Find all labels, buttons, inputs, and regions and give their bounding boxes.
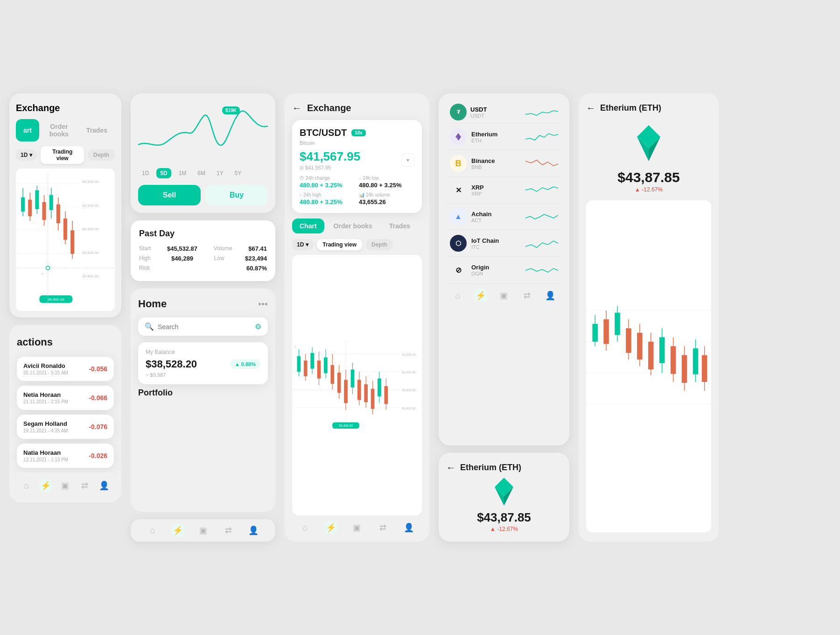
- user-icon-list[interactable]: 👤: [544, 289, 557, 302]
- trading-view-btn[interactable]: Trading view: [317, 239, 362, 250]
- bolt-nav-icon[interactable]: ⚡: [39, 479, 52, 492]
- bolt-icon-exchange[interactable]: ⚡: [324, 521, 337, 534]
- search-icon: 🔍: [145, 322, 154, 331]
- home-icon-list[interactable]: ⌂: [451, 289, 464, 302]
- wallet-icon-exchange[interactable]: ▣: [350, 521, 364, 534]
- balance-amount: $38,528.20: [146, 358, 197, 370]
- past-day-title: Past Day: [139, 229, 267, 239]
- svg-rect-48: [317, 360, 321, 378]
- balance-row: $38,528.20 ▲ 0.88%: [146, 358, 260, 370]
- col-exchange-partial: Exchange art Order books Trades 1D ▾ Tra…: [9, 93, 121, 542]
- filter-icon[interactable]: ⚙: [255, 322, 261, 331]
- page-layout: Exchange art Order books Trades 1D ▾ Tra…: [9, 93, 831, 542]
- svg-text:36,400.00: 36,400.00: [82, 227, 98, 231]
- bolt-icon-chart[interactable]: ⚡: [171, 524, 184, 537]
- svg-marker-77: [637, 125, 660, 148]
- home-icon-exchange[interactable]: ⌂: [299, 521, 312, 534]
- transactions-title: actions: [17, 336, 114, 348]
- ogn-icon: ⊘: [450, 261, 467, 278]
- portfolio-title: Portfolio: [138, 388, 268, 398]
- crypto-item-itc[interactable]: ⬡ IoT Chain ITC: [446, 230, 562, 257]
- crypto-item-ogn[interactable]: ⊘ Origin OGN: [446, 257, 562, 283]
- eth-small-detail-card: ← Etherium (ETH) $43,87.85 ▲ -12.67%: [439, 453, 569, 542]
- tab-orderbooks[interactable]: Order books: [326, 219, 380, 233]
- tf-5y[interactable]: 5Y: [231, 168, 245, 178]
- svg-text:36,400.00: 36,400.00: [82, 180, 98, 184]
- svg-point-29: [46, 266, 50, 270]
- eth-full-change: ▲ -12.67%: [586, 186, 711, 193]
- btc-pair-row: BTC/USDT 10x: [300, 127, 414, 138]
- depth-btn[interactable]: Depth: [366, 239, 393, 250]
- back-arrow-eth[interactable]: ←: [446, 462, 455, 473]
- svg-rect-101: [682, 355, 687, 383]
- eth-sparkline: [525, 130, 558, 144]
- svg-rect-66: [378, 379, 381, 396]
- svg-text:36,400.00: 36,400.00: [82, 251, 98, 255]
- svg-rect-14: [35, 190, 39, 209]
- dropdown-btn[interactable]: ▾: [401, 154, 414, 167]
- wallet-icon-chart[interactable]: ▣: [196, 524, 210, 537]
- user-icon-exchange[interactable]: 👤: [402, 521, 415, 534]
- timeframe-value: 1D: [297, 241, 304, 248]
- transactions-card: actions Avicii Ronaldo 26.11.2021 - 5:15…: [9, 325, 121, 502]
- usdt-row[interactable]: ₮ USDT USDT: [446, 101, 562, 124]
- tab-art[interactable]: art: [16, 119, 39, 141]
- tf-5d[interactable]: 5D: [156, 168, 171, 178]
- balance-change-badge: ▲ 0.88%: [230, 360, 260, 369]
- transfer-icon-list[interactable]: ⇄: [521, 289, 534, 302]
- user-icon-chart[interactable]: 👤: [247, 524, 260, 537]
- trading-view-btn-partial[interactable]: Trading view: [41, 146, 84, 164]
- wallet-nav-icon[interactable]: ▣: [59, 479, 72, 492]
- crypto-item-eth[interactable]: Etherium ETH: [446, 124, 562, 150]
- tab-trades-partial[interactable]: Trades: [79, 119, 115, 141]
- crypto-item-act[interactable]: ▲ Achain ACT: [446, 204, 562, 230]
- home-icon-chart[interactable]: ⌂: [146, 524, 159, 537]
- time-pill-partial[interactable]: 1D ▾: [16, 149, 37, 161]
- transfer-nav-icon[interactable]: ⇄: [78, 479, 91, 492]
- eth-detail-change: ▲ -12.67%: [446, 526, 562, 532]
- stat-24h-volume: 📊24h volume 43,655.26: [359, 192, 414, 205]
- bnb-icon: B: [450, 155, 467, 172]
- tf-1m[interactable]: 1M: [175, 168, 190, 178]
- tab-trades[interactable]: Trades: [382, 219, 418, 233]
- home-header: Home •••: [138, 298, 268, 310]
- buy-button[interactable]: Buy: [205, 185, 268, 205]
- bolt-icon-list[interactable]: ⚡: [474, 289, 487, 302]
- transfer-icon-chart[interactable]: ⇄: [222, 524, 235, 537]
- ogn-sparkline: [525, 263, 558, 277]
- crypto-item-xrp[interactable]: ✕ XRP XRP: [446, 177, 562, 204]
- crypto-list-card: ₮ USDT USDT Etherium ETH: [439, 93, 569, 445]
- tf-1d[interactable]: 1D: [138, 168, 153, 178]
- bottom-nav-cryptolist: ⌂ ⚡ ▣ ⇄ 👤: [446, 283, 562, 305]
- timeframe-pill[interactable]: 1D ▾: [292, 239, 313, 250]
- search-input[interactable]: [158, 323, 251, 331]
- usdt-sparkline: [525, 105, 558, 119]
- search-bar[interactable]: 🔍 ⚙: [138, 318, 268, 336]
- tf-1y[interactable]: 1Y: [213, 168, 227, 178]
- wallet-icon-list[interactable]: ▣: [497, 289, 511, 302]
- svg-rect-54: [337, 373, 341, 393]
- tab-chart[interactable]: Chart: [292, 219, 324, 233]
- btc-pair-label: BTC/USDT: [300, 127, 347, 138]
- exchange-tab-row: Chart Order books Trades: [292, 219, 422, 233]
- tf-6m[interactable]: 6M: [194, 168, 209, 178]
- home-nav-icon[interactable]: ⌂: [20, 479, 33, 492]
- depth-btn-partial[interactable]: Depth: [88, 149, 115, 161]
- back-arrow-eth-full[interactable]: ←: [586, 103, 595, 113]
- svg-rect-24: [70, 230, 74, 254]
- tab-orderbooks-partial[interactable]: Order books: [41, 119, 77, 141]
- btc-price-sub: ⊙ $41,567.95: [300, 165, 360, 171]
- mini-chart-area: $19K: [138, 103, 268, 163]
- back-arrow-exchange[interactable]: ←: [292, 103, 301, 113]
- more-options-btn[interactable]: •••: [258, 299, 268, 310]
- svg-rect-44: [304, 360, 308, 376]
- eth-detail-header: ← Etherium (ETH): [446, 462, 562, 473]
- candlestick-partial: 36,400.00 36,400.00 36,400.00 36,400.00 …: [16, 169, 115, 311]
- transfer-icon-exchange[interactable]: ⇄: [377, 521, 390, 534]
- user-nav-icon[interactable]: 👤: [98, 479, 111, 492]
- svg-rect-42: [297, 356, 301, 372]
- eth-diamond-icon: [490, 478, 518, 506]
- sell-button[interactable]: Sell: [138, 185, 201, 205]
- crypto-item-bnb[interactable]: B Binance BNB: [446, 150, 562, 177]
- svg-rect-93: [637, 333, 642, 360]
